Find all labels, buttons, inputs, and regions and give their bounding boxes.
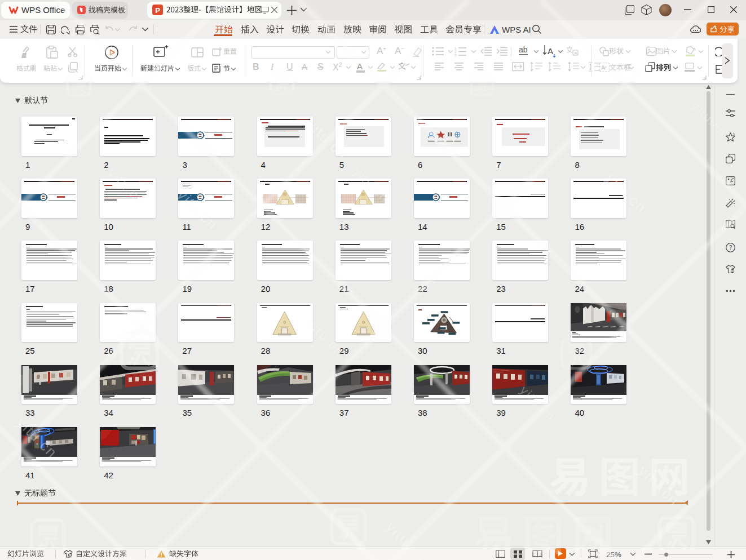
- svg-text:P: P: [155, 6, 160, 15]
- svg-text:A: A: [601, 64, 606, 71]
- svg-text:A: A: [574, 51, 577, 56]
- svg-text:3: 3: [454, 54, 457, 56]
- svg-text:?: ?: [729, 245, 732, 251]
- svg-text:A: A: [548, 46, 553, 56]
